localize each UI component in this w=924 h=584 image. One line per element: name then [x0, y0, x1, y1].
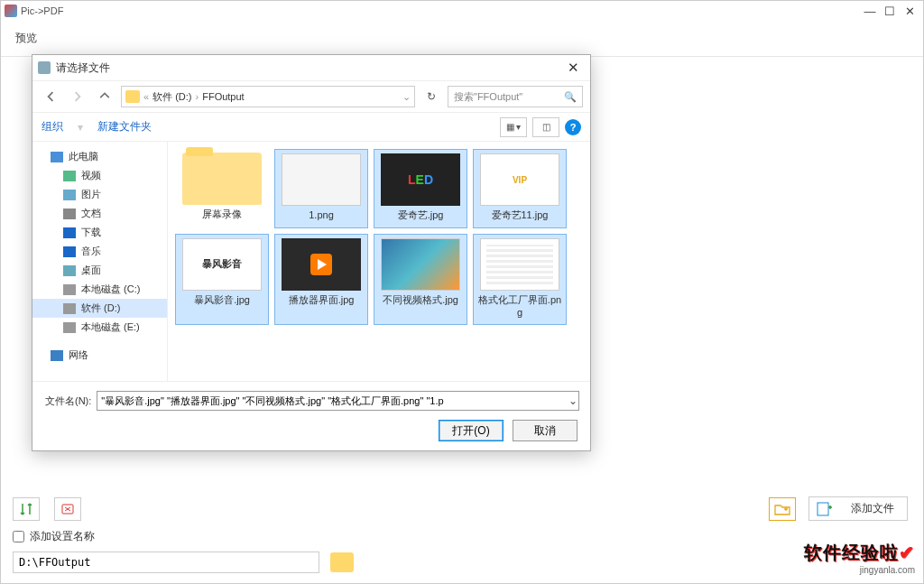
sidebar-item-icon: [63, 322, 76, 333]
sidebar-item[interactable]: 本地磁盘 (C:): [32, 280, 167, 299]
sidebar-item-label: 图片: [81, 188, 101, 201]
remove-icon: [60, 502, 75, 516]
watermark-url: jingyanla.com: [804, 565, 915, 575]
file-label: 屏幕录像: [202, 209, 242, 221]
bottom-right-buttons: 添加文件: [769, 496, 908, 521]
new-folder-button[interactable]: 新建文件夹: [97, 119, 152, 134]
add-settings-name-checkbox[interactable]: [13, 531, 24, 542]
sidebar-item[interactable]: 视频: [32, 166, 167, 185]
add-settings-name-label: 添加设置名称: [30, 529, 95, 544]
file-item[interactable]: LED爱奇艺.jpg: [374, 149, 467, 228]
tab-preview[interactable]: 预览: [15, 31, 37, 46]
sidebar-item[interactable]: 本地磁盘 (E:): [32, 318, 167, 337]
sidebar-item-label: 本地磁盘 (C:): [81, 283, 140, 296]
file-grid[interactable]: 屏幕录像1.pngLED爱奇艺.jpgVIP爱奇艺11.jpg暴风影音暴风影音.…: [168, 142, 590, 381]
dialog-icon: [38, 61, 51, 74]
nav-up-button[interactable]: [94, 86, 116, 107]
add-folder-icon: [774, 503, 790, 515]
browse-output-button[interactable]: [330, 552, 354, 572]
file-item[interactable]: VIP爱奇艺11.jpg: [473, 149, 567, 228]
file-label: 播放器界面.jpg: [289, 294, 355, 307]
file-thumbnail: VIP: [480, 153, 559, 206]
file-thumbnail: [480, 238, 559, 291]
folder-icon: [125, 90, 140, 103]
sidebar-item-icon: [63, 190, 76, 200]
file-label: 不同视频格式.jpg: [383, 294, 458, 307]
sidebar-item[interactable]: 音乐: [32, 242, 167, 261]
arrow-up-icon: [99, 91, 110, 102]
help-button[interactable]: ?: [565, 119, 581, 135]
main-toolbar: 预览: [1, 21, 923, 57]
file-item[interactable]: 暴风影音暴风影音.jpg: [175, 234, 269, 326]
preview-pane-button[interactable]: ◫: [532, 117, 559, 137]
sidebar-item[interactable]: 桌面: [32, 261, 167, 280]
sidebar-item[interactable]: 网络: [32, 346, 167, 365]
sidebar-item-label: 音乐: [81, 245, 101, 258]
sidebar-item-icon: [63, 227, 76, 238]
dialog-close-button[interactable]: ✕: [562, 60, 585, 76]
app-title: Pic->PDF: [21, 5, 63, 16]
file-thumbnail: 暴风影音: [182, 238, 262, 291]
filename-input[interactable]: [97, 391, 579, 411]
file-item[interactable]: 屏幕录像: [175, 149, 269, 228]
add-file-label: 添加文件: [851, 501, 894, 516]
svg-rect-1: [818, 503, 828, 515]
breadcrumb-drive[interactable]: 软件 (D:): [152, 90, 191, 104]
refresh-button[interactable]: ↻: [420, 90, 442, 103]
file-thumbnail: [282, 238, 361, 291]
dialog-toolbar: 组织 ▾ 新建文件夹 ▦ ▾ ◫ ?: [32, 113, 590, 142]
arrow-right-icon: [72, 91, 83, 102]
sidebar-item-label: 软件 (D:): [81, 301, 120, 315]
file-item[interactable]: 播放器界面.jpg: [274, 234, 368, 326]
sidebar-item-icon: [63, 284, 76, 295]
remove-button[interactable]: [54, 497, 81, 521]
cancel-button[interactable]: 取消: [513, 420, 578, 441]
sidebar-item[interactable]: 软件 (D:): [32, 299, 167, 318]
sidebar-item-icon: [63, 209, 76, 219]
nav-back-button[interactable]: [40, 86, 61, 107]
breadcrumb-dropdown-icon[interactable]: ⌄: [402, 91, 411, 103]
search-icon: 🔍: [564, 91, 577, 103]
sidebar: 此电脑视频图片文档下载音乐桌面本地磁盘 (C:)软件 (D:)本地磁盘 (E:)…: [32, 142, 168, 381]
add-folder-button[interactable]: [769, 497, 796, 521]
arrow-left-icon: [45, 91, 56, 102]
file-label: 1.png: [309, 209, 334, 222]
breadcrumb[interactable]: « 软件 (D:) › FFOutput ⌄: [121, 86, 415, 107]
sidebar-item[interactable]: 下载: [32, 223, 167, 242]
open-button[interactable]: 打开(O): [439, 420, 504, 441]
sidebar-item[interactable]: 此电脑: [32, 147, 167, 166]
view-mode-button[interactable]: ▦ ▾: [500, 117, 527, 137]
sidebar-item-label: 下载: [81, 226, 101, 239]
close-button[interactable]: ✕: [900, 5, 919, 18]
sidebar-item-icon: [51, 152, 63, 162]
dialog-footer: 文件名(N): ⌄ 打开(O) 取消: [32, 381, 590, 450]
file-label: 爱奇艺11.jpg: [492, 209, 549, 222]
sidebar-item[interactable]: 图片: [32, 185, 167, 204]
sidebar-item-icon: [51, 350, 63, 361]
file-item[interactable]: 不同视频格式.jpg: [374, 234, 467, 326]
dialog-title: 请选择文件: [56, 60, 110, 76]
sidebar-item-label: 本地磁盘 (E:): [81, 320, 140, 334]
watermark-brand: 软件经验啦✔: [804, 541, 915, 565]
sort-button[interactable]: [13, 497, 40, 521]
sidebar-item-label: 文档: [81, 207, 101, 220]
organize-menu[interactable]: 组织: [42, 119, 63, 134]
option-row: 添加设置名称: [13, 529, 95, 544]
sidebar-item[interactable]: 文档: [32, 204, 167, 223]
file-open-dialog: 请选择文件 ✕ « 软件 (D:) › FFOutput ⌄ ↻ 搜索"FFOu…: [32, 54, 591, 451]
breadcrumb-sep: «: [143, 91, 149, 102]
add-file-button[interactable]: 添加文件: [808, 496, 908, 521]
nav-forward-button[interactable]: [67, 86, 88, 107]
file-item[interactable]: 格式化工厂界面.png: [473, 234, 567, 326]
search-input[interactable]: 搜索"FFOutput" 🔍: [448, 86, 583, 107]
dialog-body: 此电脑视频图片文档下载音乐桌面本地磁盘 (C:)软件 (D:)本地磁盘 (E:)…: [32, 142, 590, 381]
sidebar-item-label: 网络: [69, 348, 88, 362]
breadcrumb-folder[interactable]: FFOutput: [202, 91, 244, 102]
output-path-input[interactable]: [13, 552, 319, 573]
minimize-button[interactable]: —: [860, 5, 880, 18]
sidebar-item-icon: [63, 246, 76, 257]
dialog-titlebar: 请选择文件 ✕: [32, 55, 590, 80]
file-item[interactable]: 1.png: [274, 149, 368, 228]
maximize-button[interactable]: ☐: [880, 5, 900, 18]
dialog-nav: « 软件 (D:) › FFOutput ⌄ ↻ 搜索"FFOutput" 🔍: [32, 80, 590, 113]
